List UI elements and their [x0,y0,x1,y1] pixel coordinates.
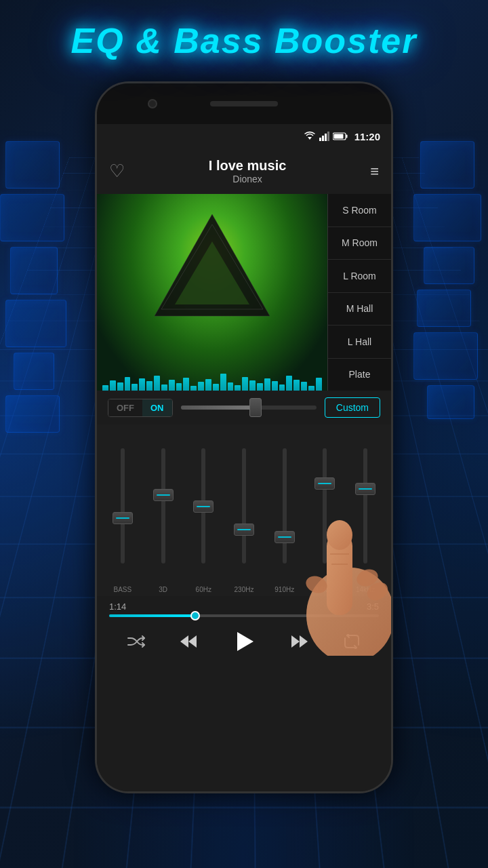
progress-thumb[interactable] [190,611,200,620]
eq-bar [293,380,300,391]
eq-bar [235,385,241,391]
eq-bar [316,378,322,391]
side-block [427,385,474,419]
song-title: I love music [125,158,370,174]
album-art [97,194,327,391]
eq-sliders-area [97,425,391,583]
eq-label-14khz: 14kHz [345,586,386,593]
side-block [5,141,60,189]
3khz-slider[interactable] [305,431,346,580]
phone-top [97,83,391,124]
3khz-track [323,448,327,564]
eq-bar [272,381,278,391]
3d-track [161,448,165,564]
menu-icon[interactable]: ≡ [370,163,379,180]
bass-slider[interactable] [102,431,143,580]
reverb-slider[interactable] [181,406,317,410]
status-time: 11:20 [354,131,380,142]
slider-3khz [305,431,346,580]
slider-230hz [224,431,264,580]
play-button[interactable] [232,629,256,654]
eq-toggle[interactable]: OFF ON [108,399,173,417]
230hz-thumb[interactable] [234,524,254,536]
shuffle-button[interactable] [127,634,145,649]
eq-bar [154,376,160,391]
3d-slider[interactable] [143,431,184,580]
progress-area: 1:14 3:5 [97,596,391,620]
eq-bar [257,383,263,391]
side-blocks-right [400,136,488,542]
14khz-track [363,448,367,564]
side-block [420,141,474,189]
eq-bar [286,376,292,391]
eq-label-910hz: 910Hz [264,586,305,593]
reverb-slider-thumb[interactable] [249,398,262,417]
total-time: 3:5 [367,601,379,612]
slider-3d [143,431,184,580]
sliders-row [102,431,386,580]
forward-icon [290,634,309,649]
phone-camera [148,99,157,108]
side-block [5,300,66,347]
app-title: EQ & Bass Booster [0,20,488,61]
playback-controls [97,620,391,663]
230hz-track [242,448,246,564]
rewind-icon [179,634,198,649]
preset-l-hall[interactable]: L Hall [328,326,391,359]
eq-bar [146,381,152,391]
eq-bar [308,386,314,391]
controls-bar: OFF ON Custom [97,391,391,425]
app-screen: ♡ I love music Dionex ≡ [97,149,391,791]
14khz-thumb[interactable] [355,483,375,495]
bass-thumb[interactable] [113,512,133,524]
eq-label-3d: 3D [143,586,184,593]
eq-bar [228,382,234,391]
side-block [10,247,58,294]
eq-bar [110,380,116,391]
eq-bar [213,384,219,391]
910hz-thumb[interactable] [274,531,295,543]
song-info: I love music Dionex [125,158,370,184]
eq-label-230hz: 230Hz [224,586,264,593]
custom-button[interactable]: Custom [325,397,380,418]
eq-label-bass: BASS [102,586,143,593]
side-block [5,395,60,433]
60hz-slider[interactable] [183,431,224,580]
phone-speaker [210,101,278,106]
progress-times: 1:14 3:5 [109,601,379,612]
preset-m-hall[interactable]: M Hall [328,293,391,326]
eq-labels: BASS 3D 60Hz 230Hz 910Hz 3.6kHz 14kHz [97,583,391,596]
eq-bar [264,378,270,391]
910hz-slider[interactable] [264,431,305,580]
3d-thumb[interactable] [153,489,174,501]
preset-m-room[interactable]: M Room [328,227,391,260]
svg-marker-11 [180,635,188,648]
14khz-slider[interactable] [345,431,386,580]
slider-bass [102,431,143,580]
bass-track [121,448,125,564]
preset-l-room[interactable]: L Room [328,260,391,293]
side-blocks-left [0,136,88,542]
progress-bar[interactable] [109,614,379,617]
reverb-slider-track [181,406,256,410]
rewind-button[interactable] [179,634,198,649]
eq-bar [176,383,182,391]
eq-label-3khz: 3.6kHz [305,586,346,593]
eq-bar [169,380,175,391]
eq-bar [242,377,248,391]
60hz-thumb[interactable] [193,500,214,513]
forward-button[interactable] [290,634,309,649]
230hz-slider[interactable] [224,431,264,580]
svg-rect-4 [327,132,329,141]
repeat-icon [343,634,361,649]
side-block [413,194,481,241]
slider-14khz [345,431,386,580]
repeat-button[interactable] [343,634,361,649]
eq-bar [125,377,131,391]
battery-icon [333,132,348,140]
favorite-icon[interactable]: ♡ [109,161,125,182]
preset-plate[interactable]: Plate [328,359,391,391]
preset-s-room[interactable]: S Room [328,194,391,227]
3khz-thumb[interactable] [314,477,335,490]
eq-bar [279,384,285,391]
